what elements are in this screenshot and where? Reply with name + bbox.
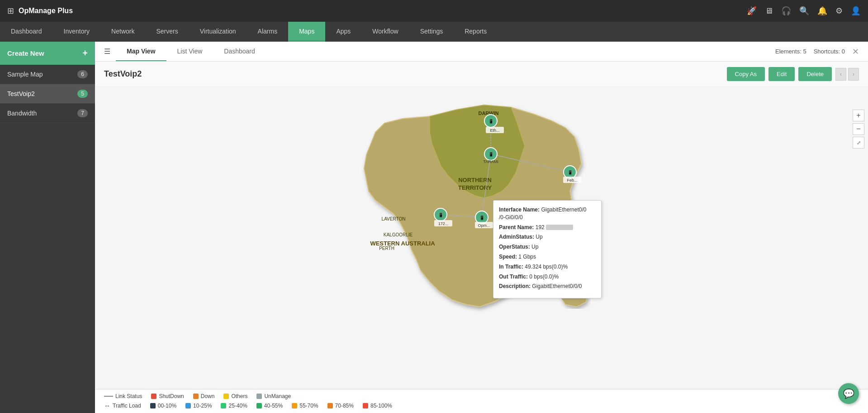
svg-text:📱: 📱 xyxy=(479,215,485,221)
legend-t6-dot xyxy=(327,403,333,408)
nav-item-maps[interactable]: Maps xyxy=(288,22,325,42)
tooltip-speed: Speed: 1 Gbps xyxy=(499,253,596,261)
sidebar-item-label: Sample Map xyxy=(7,71,43,78)
legend-t7-label: 85-100% xyxy=(370,403,392,409)
sidebar-item-badge: 6 xyxy=(77,70,88,78)
svg-text:Feb...: Feb... xyxy=(567,178,577,182)
legend-t4-label: 40-55% xyxy=(264,403,283,409)
svg-text:📱: 📱 xyxy=(438,212,444,218)
legend-t7-dot xyxy=(363,403,368,408)
svg-text:PERTH: PERTH xyxy=(379,246,394,251)
svg-text:📱: 📱 xyxy=(568,170,573,175)
create-new-button[interactable]: Create New + xyxy=(0,42,95,65)
legend-t2-label: 10-25% xyxy=(193,403,212,409)
legend-link-status-text: Link Status xyxy=(115,393,142,399)
nav-item-reports[interactable]: Reports xyxy=(454,22,498,42)
headset-icon[interactable]: 🎧 xyxy=(781,6,791,16)
sidebar-item-label: TestVoip2 xyxy=(7,90,35,97)
legend-t5-label: 55-70% xyxy=(299,403,318,409)
tab-dashboard[interactable]: Dashboard xyxy=(213,42,266,61)
bell-icon[interactable]: 🔔 xyxy=(817,6,827,16)
tab-map-view[interactable]: Map View xyxy=(116,42,166,61)
tooltip-parent-name: Parent Name: 192 xyxy=(499,224,596,231)
map-title: TestVoip2 xyxy=(104,69,727,79)
monitor-icon[interactable]: 🖥 xyxy=(765,6,773,16)
grid-icon[interactable]: ⊞ xyxy=(7,6,14,16)
content-area: ☰ Map View List View Dashboard Elements:… xyxy=(95,42,868,413)
legend-unmanage-label: UnManage xyxy=(264,393,291,399)
plus-icon: + xyxy=(82,48,88,58)
delete-button[interactable]: Delete xyxy=(798,67,832,81)
hamburger-button[interactable]: ☰ xyxy=(99,43,116,59)
nav-item-virtualization[interactable]: Virtualization xyxy=(189,22,247,42)
edit-button[interactable]: Edit xyxy=(768,67,795,81)
sidebar-item-testvoip2[interactable]: TestVoip2 5 xyxy=(0,84,95,104)
nav-item-dashboard[interactable]: Dashboard xyxy=(0,22,53,42)
nav-item-inventory[interactable]: Inventory xyxy=(53,22,101,42)
nav-item-workflow[interactable]: Workflow xyxy=(361,22,409,42)
tooltip-admin-status: AdminStatus: Up xyxy=(499,233,596,241)
tab-list-view[interactable]: List View xyxy=(166,42,213,61)
prev-arrow[interactable]: ‹ xyxy=(835,68,846,81)
right-controls: + − ⤢ xyxy=(853,110,864,149)
zoom-out-button[interactable]: − xyxy=(853,123,864,135)
legend-others-label: Others xyxy=(231,393,247,399)
legend-bar: Link Status ShutDown Down Others UnManag… xyxy=(95,389,868,413)
legend-unmanage-dot xyxy=(256,394,262,399)
user-icon[interactable]: 👤 xyxy=(851,6,861,16)
legend-line-icon xyxy=(104,396,113,397)
svg-text:TARAMI: TARAMI xyxy=(483,159,498,164)
legend-t3-label: 25-40% xyxy=(228,403,247,409)
sidebar-item-sample-map[interactable]: Sample Map 6 xyxy=(0,65,95,84)
sidebar-item-badge: 5 xyxy=(77,90,88,98)
legend-t1: 00-10% xyxy=(150,403,176,409)
svg-text:📱: 📱 xyxy=(489,119,494,124)
legend-row-traffic: ↔ Traffic Load 00-10% 10-25% 25-40% xyxy=(104,402,859,409)
legend-link-status-label: Link Status xyxy=(104,393,142,399)
fit-button[interactable]: ⤢ xyxy=(853,137,864,149)
sidebar-item-bandwidth[interactable]: Bandwidth 7 xyxy=(0,104,95,123)
legend-traffic-load-label: ↔ Traffic Load xyxy=(104,402,141,409)
legend-traffic-load-text: Traffic Load xyxy=(113,403,141,409)
legend-t3: 25-40% xyxy=(221,403,247,409)
legend-t5: 55-70% xyxy=(292,403,318,409)
next-arrow[interactable]: › xyxy=(848,68,859,81)
legend-t3-dot xyxy=(221,403,226,408)
legend-t4-dot xyxy=(256,403,262,408)
nav-bar: Dashboard Inventory Network Servers Virt… xyxy=(0,22,868,42)
zoom-in-button[interactable]: + xyxy=(853,110,864,121)
elements-count: Elements: 5 xyxy=(775,48,806,55)
top-bar-actions: 🚀 🖥 🎧 🔍 🔔 ⚙ 👤 xyxy=(747,6,861,16)
legend-t2-dot xyxy=(185,403,191,408)
nav-item-alarms[interactable]: Alarms xyxy=(247,22,289,42)
nav-item-apps[interactable]: Apps xyxy=(325,22,361,42)
tooltip-oper-status: OperStatus: Up xyxy=(499,243,596,251)
sidebar: Create New + Sample Map 6 TestVoip2 5 Ba… xyxy=(0,42,95,413)
close-button[interactable]: ✕ xyxy=(852,47,859,57)
tab-bar: ☰ Map View List View Dashboard Elements:… xyxy=(95,42,868,62)
legend-shutdown-label: ShutDown xyxy=(159,393,184,399)
nav-item-settings[interactable]: Settings xyxy=(409,22,454,42)
legend-t2: 10-25% xyxy=(185,403,212,409)
legend-down-label: Down xyxy=(201,393,215,399)
copy-as-button[interactable]: Copy As xyxy=(727,67,765,81)
shortcuts-count: Shortcuts: 0 xyxy=(814,48,845,55)
rocket-icon[interactable]: 🚀 xyxy=(747,6,757,16)
legend-others-dot xyxy=(223,394,229,399)
svg-text:📱: 📱 xyxy=(489,152,494,157)
tooltip-interface-name: Interface Name: GigabitEthernet0/0/0-Gi0… xyxy=(499,206,596,221)
sidebar-item-label: Bandwidth xyxy=(7,110,37,117)
sidebar-item-badge: 7 xyxy=(77,109,88,117)
tooltip-out-traffic: Out Traffic: 0 bps(0.0)% xyxy=(499,273,596,281)
nav-item-network[interactable]: Network xyxy=(100,22,145,42)
create-new-label: Create New xyxy=(7,49,44,57)
nav-item-servers[interactable]: Servers xyxy=(145,22,189,42)
gear-icon[interactable]: ⚙ xyxy=(835,6,843,16)
legend-t7: 85-100% xyxy=(363,403,392,409)
search-icon[interactable]: 🔍 xyxy=(799,6,809,16)
svg-text:LAVERTON: LAVERTON xyxy=(382,216,406,221)
legend-t4: 40-55% xyxy=(256,403,283,409)
top-bar: ⊞ OpManage Plus 🚀 🖥 🎧 🔍 🔔 ⚙ 👤 xyxy=(0,0,868,22)
chat-fab-button[interactable]: 💬 xyxy=(838,383,859,404)
tooltip-description: Description: GigabitEthernet0/0/0 xyxy=(499,283,596,290)
